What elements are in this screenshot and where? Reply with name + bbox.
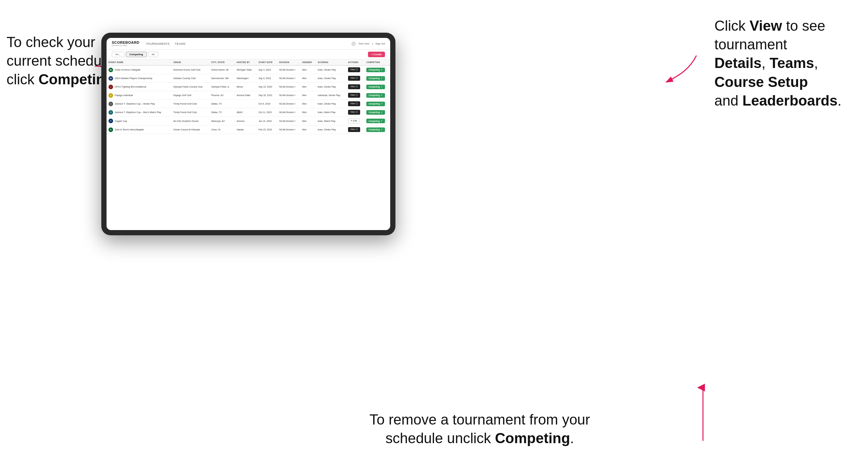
cell-division: NCAA Division I xyxy=(277,117,300,125)
cell-division: NCAA Division I xyxy=(277,83,300,91)
cell-venue: Trinity Forest Golf Club xyxy=(171,100,209,108)
cell-city: Olympia Fields, IL xyxy=(209,83,235,91)
nav-items: TOURNAMENTS TEAMS xyxy=(146,42,185,45)
cell-scoring: team, Stroke Play xyxy=(316,74,346,83)
cell-action: View ⓘ xyxy=(346,100,364,108)
cell-gender: Men xyxy=(300,100,316,108)
cell-division: NCAA Division I xyxy=(277,108,300,117)
user-icon xyxy=(351,41,356,46)
logo-title: SCOREBOARD xyxy=(112,41,139,44)
table-row: W 2023 Sahalee Players Championship Saha… xyxy=(106,74,390,83)
cell-event-name: W 2023 Sahalee Players Championship xyxy=(106,74,171,83)
table-row: I OFCC Fighting Illini Invitational Olym… xyxy=(106,83,390,91)
cell-scoring: team, Match Play xyxy=(316,117,346,125)
cell-venue: American Dunes Golf Club xyxy=(171,65,209,74)
cell-hosted: Hawaii xyxy=(235,125,256,134)
tournament-table-container: EVENT NAME VENUE CITY, STATE HOSTED BY S… xyxy=(106,60,390,230)
col-date: START DATE xyxy=(256,60,277,65)
annotation-right-comma2: , xyxy=(814,55,818,71)
edit-button[interactable]: ✏ Edit xyxy=(348,118,360,124)
sign-out-link[interactable]: Sign out xyxy=(375,42,385,45)
cell-event-name: M Folds of Honor Collegiate xyxy=(106,65,171,74)
cell-city: Phoenix, AZ xyxy=(209,91,235,100)
cell-scoring: team, Match Play xyxy=(316,108,346,117)
app-header: SCOREBOARD Powered by clippi TOURNAMENTS… xyxy=(106,38,390,50)
view-button[interactable]: View ⓘ xyxy=(348,127,360,132)
cell-scoring: team, Stroke Play xyxy=(316,125,346,134)
col-city: CITY, STATE xyxy=(209,60,235,65)
annotation-right: Click View to see tournament Details, Te… xyxy=(714,16,858,110)
cell-venue: Ocean Course At Hokuala xyxy=(171,125,209,134)
cell-event-name: A Copper Cup xyxy=(106,117,171,125)
competing-badge[interactable]: Competing ✓ xyxy=(366,68,385,72)
table-row: J Jackson T. Stephens Cup – Stroke Play … xyxy=(106,100,390,108)
team-logo: W xyxy=(108,76,113,81)
cell-date: Sep 18, 2023 xyxy=(256,91,277,100)
view-button[interactable]: View ⓘ xyxy=(348,110,360,115)
cell-venue: Trinity Forest Golf Club xyxy=(171,108,209,117)
scoreboard-logo: SCOREBOARD Powered by clippi xyxy=(112,41,139,46)
header-left: SCOREBOARD Powered by clippi TOURNAMENTS… xyxy=(112,41,186,46)
cell-scoring: individual, Stroke Play xyxy=(316,91,346,100)
cell-venue: Ak-Chin Southern Dunes xyxy=(171,117,209,125)
cell-city: Dallas, TX xyxy=(209,100,235,108)
competing-badge[interactable]: Competing ✓ xyxy=(366,85,385,89)
event-name-text: Jackson T. Stephens Cup – Stroke Play xyxy=(115,103,155,105)
cell-event-name: H John A. Burns Intercollegiate xyxy=(106,125,171,134)
event-name-text: OFCC Fighting Illini Invitational xyxy=(115,86,146,88)
tournament-table: EVENT NAME VENUE CITY, STATE HOSTED BY S… xyxy=(106,60,390,134)
cell-competing: Competing ✓ xyxy=(364,83,390,91)
cell-division: NCAA Division I xyxy=(277,100,300,108)
view-button[interactable]: View ⓘ xyxy=(348,101,360,106)
annotation-bottom-period: . xyxy=(570,430,574,446)
competing-badge[interactable]: Competing ✓ xyxy=(366,127,385,132)
cell-date: Oct 9, 2023 xyxy=(256,100,277,108)
tab-home[interactable]: Ho... xyxy=(112,52,125,57)
cell-hosted: ABAC xyxy=(235,108,256,117)
team-logo: P xyxy=(108,93,113,98)
create-button[interactable]: + Create xyxy=(368,52,385,57)
logo-sub: Powered by clippi xyxy=(112,44,139,46)
col-actions: ACTIONS xyxy=(346,60,364,65)
view-button[interactable]: View ⓘ xyxy=(348,67,360,72)
event-name-text: Jackson T. Stephens Cup – Men's Match Pl… xyxy=(115,111,161,114)
cell-competing: Competing ✓ xyxy=(364,65,390,74)
cell-division: NCAA Division I xyxy=(277,74,300,83)
cell-scoring: team, Stroke Play xyxy=(316,100,346,108)
annotation-bottom-bold: Competing xyxy=(495,430,570,446)
table-body: M Folds of Honor Collegiate American Dun… xyxy=(106,65,390,134)
tab-all[interactable]: All xyxy=(148,52,158,57)
team-logo: A xyxy=(108,119,113,123)
nav-tournaments[interactable]: TOURNAMENTS xyxy=(146,42,169,45)
header-right: Test User | Sign out xyxy=(351,41,385,46)
competing-badge[interactable]: Competing ✓ xyxy=(366,102,385,106)
cell-hosted: Illinois xyxy=(235,83,256,91)
cell-city: Maricopa, AZ xyxy=(209,117,235,125)
competing-badge[interactable]: Competing ✓ xyxy=(366,93,385,98)
competing-badge[interactable]: Competing ✓ xyxy=(366,76,385,81)
cell-event-name: I OFCC Fighting Illini Invitational xyxy=(106,83,171,91)
cell-scoring: team, Stroke Play xyxy=(316,83,346,91)
view-button[interactable]: View ⓘ xyxy=(348,76,360,81)
cell-action: View ⓘ xyxy=(346,65,364,74)
cell-hosted xyxy=(235,100,256,108)
cell-competing: Competing ✓ xyxy=(364,117,390,125)
annotation-bottom: To remove a tournament from your schedul… xyxy=(365,410,594,447)
nav-teams[interactable]: TEAMS xyxy=(175,42,186,45)
view-button[interactable]: View ⓘ xyxy=(348,93,360,98)
tab-competing[interactable]: Competing xyxy=(126,52,147,57)
table-row: A Copper Cup Ak-Chin Southern DunesMaric… xyxy=(106,117,390,125)
cell-gender: Men xyxy=(300,125,316,134)
competing-badge[interactable]: Competing ✓ xyxy=(366,110,385,115)
cell-venue: Papago Golf Club xyxy=(171,91,209,100)
annotation-right-teams: Teams xyxy=(770,55,814,71)
view-button[interactable]: View ⓘ xyxy=(348,84,360,89)
team-logo: H xyxy=(108,127,113,132)
cell-gender: Men xyxy=(300,65,316,74)
event-name-text: Folds of Honor Collegiate xyxy=(115,69,141,71)
annotation-right-view: View xyxy=(750,18,782,34)
cell-action: View ⓘ xyxy=(346,108,364,117)
competing-badge[interactable]: Competing ✓ xyxy=(366,119,385,123)
cell-action: View ⓘ xyxy=(346,91,364,100)
cell-event-name: P Papago Individual xyxy=(106,91,171,100)
